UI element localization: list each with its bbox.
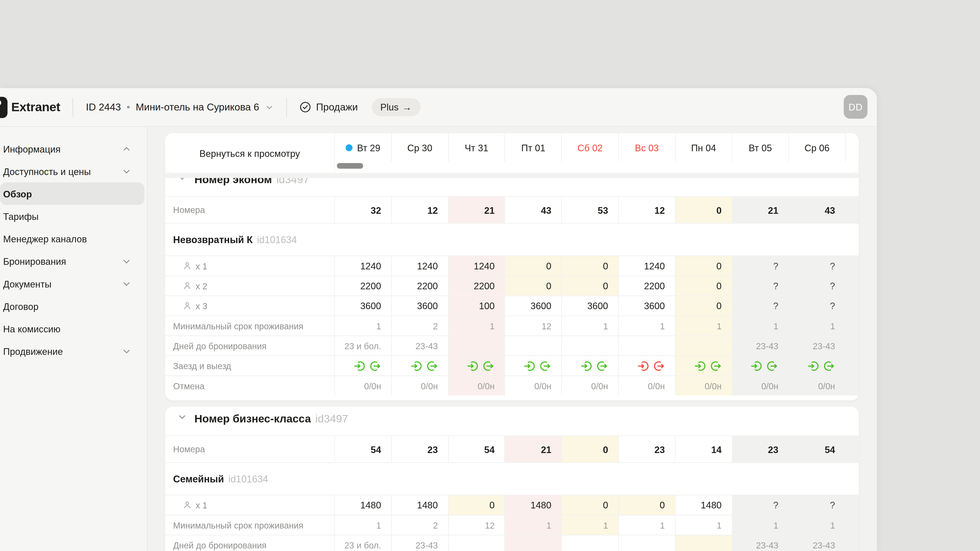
day-header[interactable]: Ср 06 — [788, 133, 845, 162]
value-cell[interactable]: 1 — [334, 316, 391, 335]
value-cell[interactable]: 23 — [732, 436, 788, 462]
checkin-checkout-cell[interactable] — [334, 356, 391, 375]
value-cell[interactable]: 1 — [504, 515, 561, 535]
value-cell[interactable]: 1240 — [334, 256, 391, 275]
value-cell[interactable]: ? — [732, 296, 788, 316]
value-cell[interactable]: 23-43 — [732, 336, 788, 356]
value-cell[interactable]: 2200 — [448, 276, 504, 295]
checkin-checkout-icons[interactable] — [524, 359, 552, 372]
sales-status[interactable]: Продажи — [299, 101, 358, 113]
plus-button[interactable]: Plus → — [372, 98, 420, 116]
value-cell[interactable]: 43 — [504, 197, 561, 223]
checkin-checkout-cell[interactable] — [675, 356, 732, 375]
checkin-checkout-cell[interactable] — [732, 356, 788, 375]
value-cell[interactable]: 1480 — [675, 495, 732, 515]
value-cell[interactable]: 23-43 — [391, 535, 448, 551]
value-cell[interactable] — [448, 336, 504, 356]
value-cell[interactable]: 0 — [562, 495, 618, 515]
value-cell[interactable]: 0 — [504, 256, 561, 275]
value-cell[interactable]: 1 — [448, 316, 504, 335]
value-cell[interactable]: 0/0н — [675, 376, 732, 395]
value-cell[interactable]: 14 — [675, 436, 732, 462]
value-cell[interactable] — [675, 535, 732, 551]
scrollbar-thumb[interactable] — [337, 163, 363, 168]
value-cell[interactable]: 23 — [391, 436, 448, 462]
value-cell[interactable]: 43 — [788, 197, 845, 223]
sidebar-item-документы[interactable]: Документы — [0, 272, 145, 295]
value-cell[interactable]: ? — [788, 495, 845, 515]
value-cell[interactable]: ? — [732, 256, 788, 275]
back-to-view-button[interactable]: Вернуться к просмотру — [165, 133, 334, 173]
value-cell[interactable]: 0/0н — [562, 376, 618, 395]
checkin-checkout-cell[interactable] — [788, 356, 845, 375]
day-header[interactable]: Вс 03 — [618, 133, 675, 162]
value-cell[interactable]: 0 — [675, 197, 732, 223]
value-cell[interactable]: 0 — [675, 256, 732, 275]
value-cell[interactable]: 12 — [618, 197, 675, 223]
checkin-checkout-cell[interactable] — [504, 356, 561, 375]
value-cell[interactable]: 3600 — [391, 296, 448, 316]
value-cell[interactable]: 1480 — [391, 495, 448, 515]
checkin-checkout-cell[interactable] — [618, 356, 675, 375]
value-cell[interactable]: 12 — [391, 197, 448, 223]
value-cell[interactable] — [618, 336, 675, 356]
value-cell[interactable]: 3600 — [562, 296, 618, 316]
value-cell[interactable]: 21 — [504, 436, 561, 462]
value-cell[interactable]: 1 — [618, 515, 675, 535]
sidebar-item-информация[interactable]: Информация — [0, 138, 145, 160]
checkin-checkout-cell[interactable] — [562, 356, 618, 375]
day-header[interactable]: Вт 05 — [732, 133, 788, 162]
value-cell[interactable]: 12 — [504, 316, 561, 335]
value-cell[interactable]: 1 — [618, 316, 675, 335]
value-cell[interactable]: 12 — [448, 515, 504, 535]
value-cell[interactable]: 1 — [562, 515, 618, 535]
checkin-checkout-icons[interactable] — [467, 359, 495, 372]
checkin-checkout-icons[interactable] — [410, 359, 438, 372]
day-header[interactable]: Чт 31 — [448, 133, 504, 162]
value-cell[interactable]: 0 — [618, 495, 675, 515]
sidebar-item-тарифы[interactable]: Тарифы — [0, 205, 145, 227]
value-cell[interactable]: 1480 — [334, 495, 391, 515]
checkin-checkout-icons[interactable] — [751, 359, 778, 372]
value-cell[interactable]: 3600 — [334, 296, 391, 316]
value-cell[interactable]: ? — [732, 495, 788, 515]
value-cell[interactable]: 0/0н — [618, 376, 675, 395]
value-cell[interactable]: 21 — [448, 197, 504, 223]
value-cell[interactable]: 54 — [788, 436, 845, 462]
value-cell[interactable]: 0 — [562, 436, 618, 462]
value-cell[interactable]: ? — [788, 276, 845, 295]
value-cell[interactable]: 23-43 — [788, 535, 845, 551]
value-cell[interactable]: 0 — [448, 495, 504, 515]
day-header[interactable]: Сб 02 — [562, 133, 618, 162]
value-cell[interactable]: 0 — [504, 276, 561, 295]
value-cell[interactable] — [562, 535, 618, 551]
checkin-checkout-icons[interactable] — [581, 359, 608, 372]
value-cell[interactable]: 23-43 — [391, 336, 448, 356]
value-cell[interactable]: 1240 — [391, 256, 448, 275]
value-cell[interactable]: 53 — [562, 197, 618, 223]
value-cell[interactable]: 2 — [391, 515, 448, 535]
value-cell[interactable]: 2200 — [334, 276, 391, 295]
sidebar-item-договор[interactable]: Договор — [0, 295, 145, 318]
value-cell[interactable] — [504, 336, 561, 356]
value-cell[interactable]: 23 и бол. — [334, 336, 391, 356]
value-cell[interactable]: 0/0н — [391, 376, 448, 395]
sidebar-item-бронирования[interactable]: Бронирования — [0, 250, 145, 272]
value-cell[interactable]: 2 — [391, 316, 448, 335]
value-cell[interactable]: 3600 — [618, 296, 675, 316]
value-cell[interactable]: ? — [788, 296, 845, 316]
value-cell[interactable]: 2200 — [391, 276, 448, 295]
day-header[interactable]: Ср 30 — [391, 133, 448, 162]
checkin-checkout-icons[interactable] — [354, 359, 381, 372]
sidebar-item-обзор[interactable]: Обзор — [0, 183, 145, 205]
value-cell[interactable]: 0/0н — [732, 376, 788, 395]
value-cell[interactable]: 1 — [788, 515, 845, 535]
sidebar-item-продвижение[interactable]: Продвижение — [0, 340, 145, 362]
value-cell[interactable]: 23 — [618, 436, 675, 462]
day-header[interactable]: Пн 04 — [675, 133, 732, 162]
day-header[interactable]: Пт 01 — [504, 133, 561, 162]
value-cell[interactable]: 23-43 — [732, 535, 788, 551]
value-cell[interactable] — [562, 336, 618, 356]
value-cell[interactable]: 1 — [732, 515, 788, 535]
value-cell[interactable]: 1 — [334, 515, 391, 535]
